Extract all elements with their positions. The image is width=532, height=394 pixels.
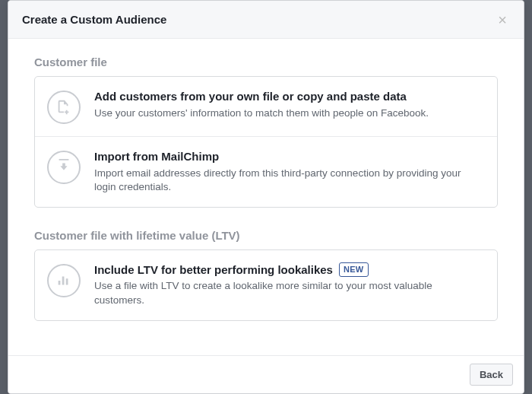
import-icon — [47, 151, 81, 184]
option-title: Add customers from your own file or copy… — [94, 89, 483, 104]
option-desc: Import email addresses directly from thi… — [94, 167, 483, 195]
new-badge: NEW — [339, 262, 369, 276]
file-add-icon — [47, 91, 81, 124]
option-desc: Use your customers' information to match… — [94, 106, 483, 121]
section-label-customer-file: Customer file — [34, 56, 498, 68]
back-button[interactable]: Back — [470, 364, 513, 386]
option-desc: Use a file with LTV to create a lookalik… — [94, 279, 483, 307]
dialog-body: Customer file Add customers from your ow… — [8, 39, 524, 355]
option-text: Add customers from your own file or copy… — [94, 89, 483, 120]
dialog-title: Create a Custom Audience — [22, 13, 493, 26]
dialog-footer: Back — [8, 355, 524, 393]
option-text: Import from MailChimp Import email addre… — [94, 149, 483, 195]
dialog-header: Create a Custom Audience × — [8, 1, 524, 39]
close-icon: × — [498, 12, 507, 27]
option-ltv-lookalike[interactable]: Include LTV for better performing lookal… — [35, 250, 497, 320]
bar-chart-icon — [47, 264, 81, 297]
option-mailchimp[interactable]: Import from MailChimp Import email addre… — [35, 136, 497, 207]
close-button[interactable]: × — [493, 11, 511, 29]
option-text: Include LTV for better performing lookal… — [94, 262, 483, 308]
option-group-ltv: Include LTV for better performing lookal… — [34, 249, 498, 321]
option-own-file[interactable]: Add customers from your own file or copy… — [35, 77, 497, 136]
option-group-customer-file: Add customers from your own file or copy… — [34, 76, 498, 208]
option-title: Include LTV for better performing lookal… — [94, 262, 483, 278]
section-label-ltv: Customer file with lifetime value (LTV) — [34, 229, 498, 242]
option-title: Import from MailChimp — [94, 149, 483, 164]
create-custom-audience-dialog: Create a Custom Audience × Customer file… — [8, 0, 524, 394]
